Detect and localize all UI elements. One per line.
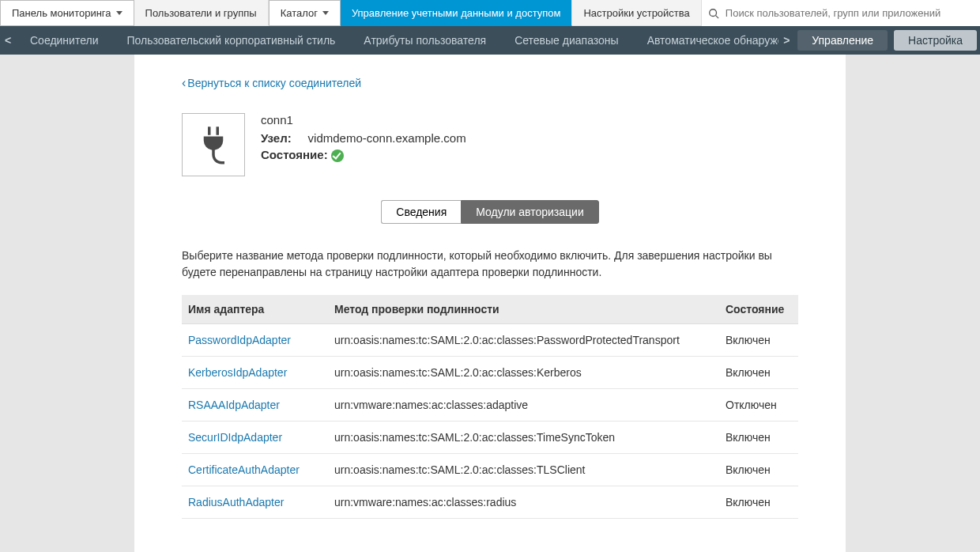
plug-icon	[191, 123, 236, 167]
adapter-method: urn:oasis:names:tc:SAML:2.0:ac:classes:T…	[328, 422, 719, 454]
table-row: PasswordIdpAdapterurn:oasis:names:tc:SAM…	[182, 324, 798, 357]
top-tab-dashboard[interactable]: Панель мониторинга	[0, 0, 134, 26]
subnav-autodiscovery[interactable]: Автоматическое обнаружение	[633, 26, 779, 55]
search-icon	[708, 8, 719, 19]
adapter-method: urn:vmware:names:ac:classes:adaptive	[328, 389, 719, 422]
top-tab-iam[interactable]: Управление учетными данными и доступом	[341, 0, 573, 26]
subnav-connectors[interactable]: Соединители	[16, 26, 112, 55]
svg-point-0	[710, 9, 717, 16]
chevron-left-icon: ‹	[182, 77, 186, 89]
table-row: RadiusAuthAdapterurn:vmware:names:ac:cla…	[182, 486, 798, 519]
adapter-link[interactable]: SecurIDIdpAdapter	[188, 431, 282, 444]
instructions-text: Выберите название метода проверки подлин…	[182, 248, 798, 281]
top-tab-device[interactable]: Настройки устройства	[572, 0, 701, 26]
subnav-scroll-left[interactable]: <	[0, 34, 16, 47]
adapter-status: Включен	[719, 357, 798, 389]
host-label: Узел:	[261, 131, 292, 145]
adapter-status: Включен	[719, 454, 798, 486]
top-tab-label: Пользователи и группы	[145, 7, 257, 19]
top-nav: Панель мониторинга Пользователи и группы…	[0, 0, 980, 26]
adapter-method: urn:oasis:names:tc:SAML:2.0:ac:classes:P…	[328, 324, 719, 357]
top-tab-label: Каталог	[281, 7, 318, 19]
top-tab-label: Управление учетными данными и доступом	[352, 7, 561, 19]
subnav-configure[interactable]: Настройка	[894, 30, 977, 51]
adapter-method: urn:oasis:names:tc:SAML:2.0:ac:classes:K…	[328, 357, 719, 389]
connector-meta: conn1 Узел: vidmdemo-conn.example.com Со…	[261, 113, 466, 165]
chevron-down-icon	[116, 11, 122, 15]
sub-nav: < Соединители Пользовательский корпорати…	[0, 26, 980, 55]
top-tab-users[interactable]: Пользователи и группы	[134, 0, 269, 26]
subnav-branding[interactable]: Пользовательский корпоративный стиль	[112, 26, 349, 55]
svg-line-1	[715, 15, 718, 18]
col-status: Состояние	[719, 295, 798, 324]
detail-tabs: Сведения Модули авторизации	[182, 200, 798, 224]
subnav-scroll-right[interactable]: >	[778, 34, 794, 47]
subnav-user-attrs[interactable]: Атрибуты пользователя	[349, 26, 500, 55]
table-row: KerberosIdpAdapterurn:oasis:names:tc:SAM…	[182, 357, 798, 389]
adapter-status: Включен	[719, 324, 798, 357]
adapter-link[interactable]: PasswordIdpAdapter	[188, 334, 291, 346]
subnav-network-ranges[interactable]: Сетевые диапазоны	[500, 26, 632, 55]
chevron-down-icon	[322, 11, 329, 15]
table-row: SecurIDIdpAdapterurn:oasis:names:tc:SAML…	[182, 422, 798, 454]
host-value: vidmdemo-conn.example.com	[308, 131, 466, 145]
top-tab-label: Панель мониторинга	[12, 7, 111, 19]
table-row: RSAAAIdpAdapterurn:vmware:names:ac:class…	[182, 389, 798, 422]
adapter-link[interactable]: RadiusAuthAdapter	[188, 496, 284, 509]
col-auth-method: Метод проверки подлинности	[328, 295, 719, 324]
top-tab-catalog[interactable]: Каталог	[269, 0, 341, 26]
search-input[interactable]	[708, 4, 974, 23]
page-content: ‹ Вернуться к списку соединителей conn1 …	[134, 55, 846, 552]
search-container	[702, 0, 980, 26]
status-ok-icon	[331, 149, 344, 162]
subnav-manage[interactable]: Управление	[797, 30, 888, 51]
back-link-label: Вернуться к списку соединителей	[187, 77, 361, 89]
tab-auth-modules[interactable]: Модули авторизации	[461, 200, 598, 224]
connector-icon	[182, 113, 245, 176]
adapter-link[interactable]: RSAAAIdpAdapter	[188, 399, 280, 411]
adapter-method: urn:oasis:names:tc:SAML:2.0:ac:classes:T…	[328, 454, 719, 486]
status-label: Состояние:	[261, 148, 328, 161]
top-tab-label: Настройки устройства	[583, 7, 689, 19]
tab-info[interactable]: Сведения	[381, 200, 461, 224]
adapter-status: Включен	[719, 486, 798, 519]
adapter-status: Отключен	[719, 389, 798, 422]
col-adapter-name: Имя адаптера	[182, 295, 328, 324]
adapter-status: Включен	[719, 422, 798, 454]
connector-header: conn1 Узел: vidmdemo-conn.example.com Со…	[182, 113, 798, 176]
adapter-link[interactable]: CertificateAuthAdapter	[188, 463, 300, 476]
connector-name: conn1	[261, 113, 466, 127]
adapter-table: Имя адаптера Метод проверки подлинности …	[182, 295, 798, 519]
adapter-link[interactable]: KerberosIdpAdapter	[188, 366, 287, 379]
back-link[interactable]: ‹ Вернуться к списку соединителей	[182, 77, 361, 89]
adapter-method: urn:vmware:names:ac:classes:radius	[328, 486, 719, 519]
table-row: CertificateAuthAdapterurn:oasis:names:tc…	[182, 454, 798, 486]
